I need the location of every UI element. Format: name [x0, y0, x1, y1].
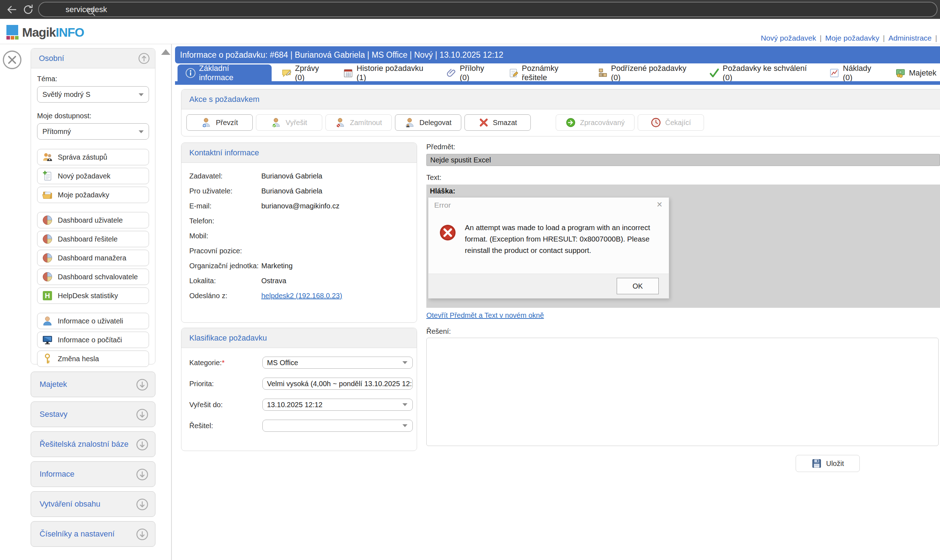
- sidebar-section-sestavy[interactable]: Sestavy: [31, 402, 156, 427]
- reload-icon[interactable]: [22, 3, 34, 16]
- tab-majetek[interactable]: Majetek: [892, 65, 940, 81]
- nav-link-new-request[interactable]: Nový požadavek: [761, 34, 816, 42]
- contact-row-telefon: Telefon:: [189, 217, 417, 232]
- sidebar-item-dashboard-manazera[interactable]: Dashboard manažera: [37, 250, 149, 266]
- priority-input[interactable]: Velmi vysoká (4,00h ~ pondělí 13.10.2025…: [262, 378, 413, 390]
- tab-poznamky-resitele[interactable]: Poznámky řešitele: [505, 65, 588, 81]
- subject-label: Předmět:: [426, 143, 455, 151]
- chevron-down-icon: [139, 131, 144, 133]
- category-row: Kategorie:* MS Office: [189, 357, 417, 369]
- sidebar-item-sprava-zastupu[interactable]: Správa zástupů: [37, 149, 149, 165]
- expand-down-icon[interactable]: [136, 378, 149, 391]
- sidebar-item-dashboard-schvalovatele[interactable]: Dashboard schvalovatele: [37, 269, 149, 285]
- theme-select[interactable]: Světlý modrý S: [37, 86, 149, 103]
- expand-down-icon[interactable]: [136, 528, 149, 541]
- tab-podrizene-pozadavky[interactable]: Podřízené požadavky (0): [594, 65, 700, 81]
- contact-row-lokalita: Lokalita: Ostrava: [189, 277, 417, 292]
- magikinfo-logo-icon: [6, 25, 18, 35]
- nav-link-administration[interactable]: Administrace: [888, 34, 931, 42]
- back-icon[interactable]: [6, 3, 18, 16]
- contact-row-organizacni-jednotka: Organizační jednotka: Marketing: [189, 262, 417, 277]
- expand-down-icon[interactable]: [136, 408, 149, 421]
- availability-select[interactable]: Přítomný: [37, 123, 149, 140]
- sidebar-section-majetek[interactable]: Majetek: [31, 372, 156, 397]
- contact-row-odeslano-z: Odesláno z: helpdesk2 (192.168.0.23): [189, 292, 417, 307]
- collapse-up-icon[interactable]: [138, 52, 150, 65]
- prevzit-button[interactable]: Převzít: [186, 114, 253, 131]
- folder-icon: [42, 189, 53, 200]
- due-row: Vyřešit do: 13.10.2025 12:12: [189, 398, 417, 411]
- sidebar-item-zmena-hesla[interactable]: Změna hesla: [37, 351, 149, 367]
- expand-down-icon[interactable]: [136, 438, 149, 451]
- sidebar-item-moje-pozadavky[interactable]: Moje požadavky: [37, 187, 149, 203]
- tab-zakladni-informace[interactable]: Základní informace: [177, 65, 272, 81]
- contact-row-mobil: Mobil:: [189, 232, 417, 247]
- tab-prilohy[interactable]: Přílohy (0): [443, 65, 499, 81]
- chevron-down-icon: [402, 403, 407, 406]
- pencil-note-icon: [509, 68, 519, 78]
- actions-panel: Akce s požadavkem Převzít Vyř: [181, 89, 940, 137]
- solution-textarea[interactable]: [426, 338, 938, 446]
- expand-down-icon[interactable]: [136, 468, 149, 481]
- contact-panel-title: Kontaktní informace: [189, 148, 259, 157]
- collapse-sidebar-icon[interactable]: [2, 50, 22, 70]
- zpracovavany-button[interactable]: Zpracovávaný: [556, 114, 635, 131]
- search-icon: [86, 7, 96, 17]
- smazat-button[interactable]: Smazat: [464, 114, 531, 131]
- classification-panel-title: Klasifikace požadavku: [189, 334, 267, 343]
- paperclip-icon: [446, 68, 457, 78]
- sidebar-item-novy-pozadavek[interactable]: Nový požadavek: [37, 168, 149, 184]
- solver-row: Řešitel:: [189, 420, 417, 432]
- dialog-title: Error: [434, 201, 451, 209]
- user-resolve-icon: [271, 117, 282, 128]
- tab-pozadavky-ke-schvaleni[interactable]: Požadavky ke schválení (0): [706, 65, 820, 81]
- sidebar-item-informace-o-pocitaci[interactable]: Informace o počítači: [37, 332, 149, 348]
- personal-panel-header[interactable]: Osobní: [31, 48, 155, 68]
- required-asterisk: *: [222, 359, 225, 366]
- due-select[interactable]: 13.10.2025 12:12: [262, 398, 413, 411]
- category-select[interactable]: MS Office: [262, 357, 413, 369]
- priority-label: Priorita:: [189, 380, 262, 388]
- sidebar-section-ciselniky-a-nastaveni[interactable]: Číselníky a nastavení: [31, 521, 156, 547]
- address-bar[interactable]: servicedesk: [38, 2, 937, 17]
- delegovat-button[interactable]: Delegovat: [395, 114, 461, 131]
- subject-input[interactable]: Nejde spustit Excel: [426, 154, 940, 166]
- tab-naklady[interactable]: Náklady (0): [826, 65, 886, 81]
- sidebar-section-informace[interactable]: Informace: [31, 462, 156, 487]
- actions-panel-title: Akce s požadavkem: [189, 95, 259, 104]
- zamitnout-button[interactable]: Zamítnout: [325, 114, 392, 131]
- tab-historie-pozadavku[interactable]: Historie požadavku (1): [339, 65, 437, 81]
- tab-zpravy[interactable]: Zprávy (0): [278, 65, 333, 81]
- new-request-icon: [42, 170, 53, 182]
- top-nav: Nový požadavek | Moje požadavky | Admini…: [761, 34, 937, 42]
- scrollbar-up-arrow[interactable]: [161, 49, 170, 55]
- sidebar-panel-personal: Osobní Téma: Světlý modrý S Moje dostupn…: [31, 48, 156, 365]
- request-title-bar: Informace o požadavku: #684 | Burianová …: [175, 46, 940, 63]
- computer-link[interactable]: helpdesk2 (192.168.0.23): [261, 292, 342, 307]
- expand-down-icon[interactable]: [136, 498, 149, 511]
- message-note-icon: [281, 68, 291, 78]
- open-in-new-window-link[interactable]: Otevřít Předmět a Text v novém okně: [426, 311, 544, 320]
- actions-panel-header: Akce s požadavkem: [182, 89, 940, 109]
- contact-rows: Zadavatel: Burianová Gabriela Pro uživat…: [182, 163, 417, 307]
- screen: servicedesk MagikINFO Nový požadavek | M…: [0, 0, 940, 560]
- dialog-footer: OK: [428, 274, 669, 298]
- contact-row-email: E-mail: burianova@magikinfo.cz: [189, 202, 417, 217]
- vyresit-button[interactable]: Vyřešit: [256, 114, 322, 131]
- chevron-down-icon: [402, 361, 407, 364]
- sidebar-item-informace-o-uzivateli[interactable]: Informace o uživateli: [37, 313, 149, 329]
- cekajici-button[interactable]: Čekající: [638, 114, 704, 131]
- availability-label: Moje dostupnost:: [37, 112, 149, 120]
- save-button[interactable]: Uložit: [796, 455, 860, 472]
- sidebar-item-helpdesk-statistiky[interactable]: H HelpDesk statistiky: [37, 288, 149, 304]
- sidebar-item-dashboard-uzivatele[interactable]: Dashboard uživatele: [37, 212, 149, 228]
- sidebar-section-resitelska-znalostni-baze[interactable]: Řešitelská znalostní báze: [31, 431, 156, 457]
- sidebar-item-dashboard-resitele[interactable]: Dashboard řešitele: [37, 231, 149, 247]
- helpdesk-icon: H: [42, 290, 53, 302]
- error-message: An attempt was made to load a program wi…: [465, 222, 669, 256]
- solver-select[interactable]: [262, 420, 413, 432]
- nav-link-my-requests[interactable]: Moje požadavky: [825, 34, 879, 42]
- sidebar-section-vytvareni-obsahu[interactable]: Vytváření obsahu: [31, 491, 156, 517]
- chart-icon: [829, 68, 840, 78]
- pie-chart-icon: [42, 252, 53, 264]
